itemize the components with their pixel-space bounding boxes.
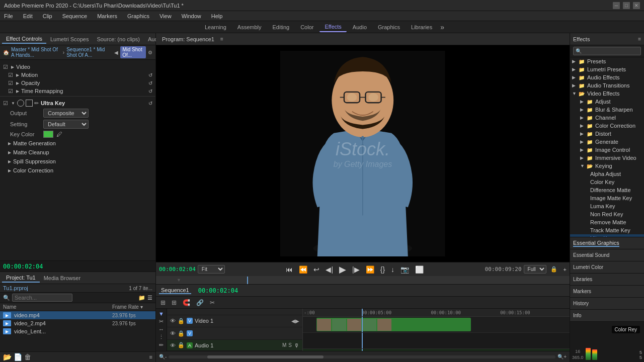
tree-channel[interactable]: ▶ 📁 Channel bbox=[570, 114, 644, 122]
tl-razor[interactable]: ✂ bbox=[208, 298, 216, 307]
settings-btn[interactable]: 🔒 bbox=[548, 265, 559, 274]
fx-motion-reset[interactable]: ↺ bbox=[148, 72, 152, 78]
track-a1-row[interactable] bbox=[303, 349, 570, 351]
fx-opacity-toggle[interactable]: ☑ bbox=[8, 80, 14, 86]
tree-presets[interactable]: ▶ 📁 Presets bbox=[570, 57, 644, 65]
tl-add-audio[interactable]: ⊞ bbox=[170, 298, 178, 307]
tl-linked-sel[interactable]: 🔗 bbox=[195, 298, 205, 307]
tab-effect-controls[interactable]: Effect Controls bbox=[2, 35, 46, 44]
tl-zoom-handle[interactable] bbox=[207, 355, 324, 358]
tool-select[interactable]: ▼ bbox=[157, 311, 166, 317]
fx-opacity-header[interactable]: ☑ ▶ Opacity ↺ bbox=[0, 79, 155, 87]
program-monitor-menu[interactable]: ≡ bbox=[220, 36, 223, 42]
a1-solo[interactable]: S bbox=[288, 342, 292, 348]
tree-non-red-key[interactable]: Non Red Key bbox=[570, 210, 644, 218]
add-track-btn[interactable]: + bbox=[564, 266, 567, 273]
new-bin-icon[interactable]: 📂 bbox=[3, 353, 12, 361]
a1-eye[interactable]: 👁 bbox=[170, 342, 176, 348]
v1b-eye[interactable]: 👁 bbox=[170, 330, 176, 336]
shuttle-back-btn[interactable]: ⏮ bbox=[284, 264, 295, 275]
shuttle-fwd-btn[interactable]: ⏩ bbox=[364, 264, 376, 275]
tree-immersive[interactable]: ▶ 📁 Immersive Video bbox=[570, 154, 644, 162]
fit-select[interactable]: Fit 25% 50% 75% 100% bbox=[198, 265, 225, 274]
tree-keying[interactable]: ▼ 📂 Keying bbox=[570, 162, 644, 170]
uk-pen-tool[interactable]: ✏ bbox=[34, 100, 39, 107]
tree-color-correction[interactable]: ▶ 📁 Color Correction bbox=[570, 122, 644, 130]
tab-markers[interactable]: Markers bbox=[573, 289, 591, 294]
tl-zoom-out[interactable]: 🔍- bbox=[159, 354, 167, 359]
bc-sequence[interactable]: Sequence1 * Mid Shot Of A... bbox=[66, 47, 112, 58]
tree-audio-effects[interactable]: ▶ 📁 Audio Effects bbox=[570, 73, 644, 81]
v1b-lock[interactable]: 🔒 bbox=[178, 330, 185, 337]
project-list-icon[interactable]: ☰ bbox=[147, 295, 152, 301]
export-btn[interactable]: ⬜ bbox=[413, 264, 426, 275]
bc-clip-label[interactable]: Mid Shot Of... bbox=[120, 46, 146, 58]
a1-lock[interactable]: 🔒 bbox=[178, 342, 185, 348]
uk-eyedropper-icon[interactable]: 🖊 bbox=[56, 131, 62, 138]
tool-razor[interactable]: ✂ bbox=[157, 318, 166, 325]
tree-image-matte[interactable]: Image Matte Key bbox=[570, 194, 644, 202]
fx-motion-toggle[interactable]: ☑ bbox=[8, 72, 14, 78]
tree-remove-matte[interactable]: Remove Matte bbox=[570, 218, 644, 226]
program-scrubber[interactable]: ▼ bbox=[156, 276, 570, 284]
menu-view[interactable]: View bbox=[157, 13, 174, 19]
project-search-input[interactable] bbox=[12, 294, 72, 302]
menu-markers[interactable]: Markers bbox=[95, 13, 119, 19]
camera-btn[interactable]: 📷 bbox=[398, 264, 411, 275]
track-v1-row[interactable] bbox=[303, 317, 570, 333]
uk-reset[interactable]: ↺ bbox=[148, 101, 152, 106]
project-item-2[interactable]: ▶ video_Lent... bbox=[0, 327, 155, 335]
effects-panel-menu[interactable]: ≡ bbox=[638, 36, 641, 42]
tab-project[interactable]: Project: Tu1 bbox=[2, 274, 40, 283]
uk-cc-header[interactable]: ▶ Color Correction bbox=[8, 166, 152, 174]
fx-motion-header[interactable]: ☑ ▶ Motion ↺ bbox=[0, 71, 155, 79]
tab-graphics-ws[interactable]: Graphics bbox=[373, 23, 405, 32]
tab-libraries[interactable]: Libraries bbox=[406, 23, 437, 32]
fx-timeremap-toggle[interactable]: ☑ bbox=[8, 88, 14, 94]
v1-lock[interactable]: 🔒 bbox=[178, 318, 185, 324]
tree-lumetri-presets[interactable]: ▶ 📁 Lumetri Presets bbox=[570, 65, 644, 73]
uk-matte-cleanup-header[interactable]: ▶ Matte Cleanup bbox=[8, 148, 152, 156]
track-clip-v1[interactable] bbox=[316, 318, 471, 331]
step-back-btn[interactable]: ⏪ bbox=[297, 264, 309, 275]
tab-libraries[interactable]: Libraries bbox=[573, 277, 592, 282]
menu-file[interactable]: File bbox=[2, 13, 15, 19]
uk-toggle[interactable]: ☑ bbox=[3, 100, 9, 106]
v1-sync[interactable]: ◀▶ bbox=[291, 318, 299, 324]
minimize-button[interactable]: ─ bbox=[613, 2, 620, 9]
tree-alpha-adjust[interactable]: Alpha Adjust bbox=[570, 170, 644, 178]
a1-mic[interactable]: 🎙 bbox=[294, 342, 299, 348]
uk-setting-select[interactable]: Default Aggressive Relaxed bbox=[43, 120, 89, 129]
tab-lumetri-color[interactable]: Lumetri Color bbox=[573, 264, 603, 270]
tab-program-monitor[interactable]: Program: Sequence1 bbox=[158, 35, 218, 43]
tl-zoom-in[interactable]: 🔍+ bbox=[557, 354, 567, 359]
tree-difference-matte[interactable]: Difference Matte bbox=[570, 186, 644, 194]
bc-nav-next[interactable]: ⚙ bbox=[148, 50, 152, 55]
fx-video-toggle[interactable]: ☑ bbox=[3, 64, 9, 70]
play-stop-btn[interactable]: ▶ bbox=[337, 263, 348, 276]
tool-rate[interactable]: ⋮ bbox=[157, 334, 166, 340]
track-v1b-row[interactable] bbox=[303, 333, 570, 349]
menu-help[interactable]: Help bbox=[209, 13, 225, 19]
uk-spill-header[interactable]: ▶ Spill Suppression bbox=[8, 157, 152, 165]
uk-color-swatch[interactable] bbox=[43, 131, 53, 138]
tab-editing[interactable]: Editing bbox=[267, 23, 294, 32]
insert-btn[interactable]: ↓ bbox=[389, 264, 396, 275]
more-tabs-button[interactable]: » bbox=[440, 23, 444, 31]
tab-effects[interactable]: Effects bbox=[319, 22, 346, 32]
tool-ripple[interactable]: ↔ bbox=[157, 326, 166, 332]
maximize-button[interactable]: □ bbox=[623, 2, 630, 9]
v1-eye[interactable]: 👁 bbox=[170, 318, 176, 324]
menu-clip[interactable]: Clip bbox=[41, 13, 54, 19]
loop-btn[interactable]: ↩ bbox=[311, 264, 321, 275]
prev-edit-btn[interactable]: ◀| bbox=[324, 264, 335, 275]
tab-history[interactable]: History bbox=[573, 301, 589, 306]
tree-audio-transitions[interactable]: ▶ 📁 Audio Transitions bbox=[570, 81, 644, 89]
uk-square-shape[interactable] bbox=[26, 100, 33, 107]
tree-luma-key[interactable]: Luma Key bbox=[570, 202, 644, 210]
tl-zoom-slider[interactable] bbox=[169, 355, 555, 358]
delete-icon[interactable]: 🗑 bbox=[24, 353, 31, 361]
a1-mute[interactable]: M bbox=[282, 342, 286, 348]
next-edit-btn[interactable]: |▶ bbox=[350, 264, 362, 275]
uk-output-select[interactable]: Composite Alpha Channel Color Channel Ma… bbox=[43, 109, 89, 118]
